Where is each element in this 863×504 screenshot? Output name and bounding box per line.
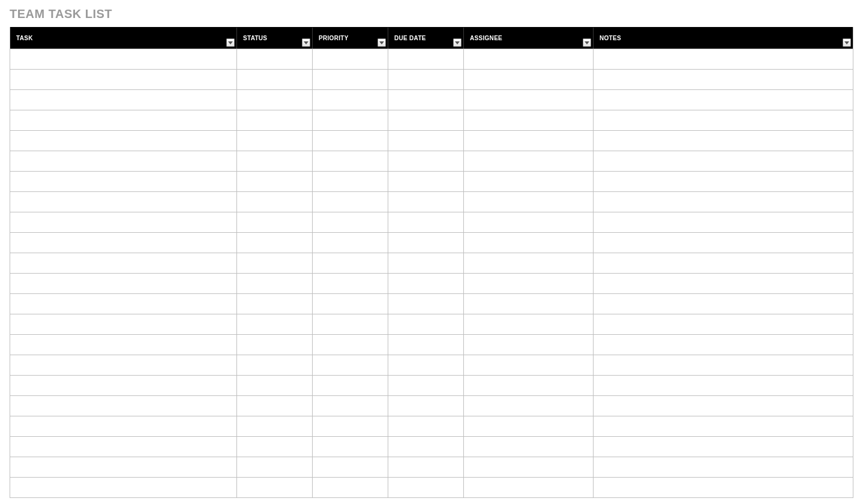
cell-due[interactable] — [388, 253, 464, 273]
cell-assignee[interactable] — [464, 274, 594, 293]
cell-notes[interactable] — [594, 355, 853, 375]
cell-status[interactable] — [237, 274, 313, 293]
cell-notes[interactable] — [594, 396, 853, 416]
cell-task[interactable] — [10, 151, 237, 171]
cell-due[interactable] — [388, 355, 464, 375]
cell-status[interactable] — [237, 355, 313, 375]
cell-task[interactable] — [10, 376, 237, 395]
cell-due[interactable] — [388, 49, 464, 69]
cell-status[interactable] — [237, 151, 313, 171]
filter-dropdown-icon[interactable] — [226, 38, 235, 47]
cell-status[interactable] — [237, 233, 313, 253]
cell-notes[interactable] — [594, 70, 853, 89]
cell-status[interactable] — [237, 457, 313, 477]
cell-priority[interactable] — [313, 478, 388, 497]
column-header-due-date[interactable]: DUE DATE — [388, 28, 464, 49]
cell-status[interactable] — [237, 416, 313, 436]
cell-status[interactable] — [237, 110, 313, 130]
cell-due[interactable] — [388, 212, 464, 232]
cell-notes[interactable] — [594, 314, 853, 334]
cell-notes[interactable] — [594, 376, 853, 395]
cell-assignee[interactable] — [464, 294, 594, 314]
cell-task[interactable] — [10, 457, 237, 477]
filter-dropdown-icon[interactable] — [302, 38, 310, 47]
cell-priority[interactable] — [313, 172, 388, 191]
cell-notes[interactable] — [594, 416, 853, 436]
cell-due[interactable] — [388, 335, 464, 355]
cell-priority[interactable] — [313, 192, 388, 212]
cell-notes[interactable] — [594, 90, 853, 110]
cell-notes[interactable] — [594, 131, 853, 151]
column-header-assignee[interactable]: ASSIGNEE — [464, 28, 594, 49]
cell-due[interactable] — [388, 172, 464, 191]
cell-task[interactable] — [10, 90, 237, 110]
cell-status[interactable] — [237, 335, 313, 355]
filter-dropdown-icon[interactable] — [583, 38, 591, 47]
cell-priority[interactable] — [313, 110, 388, 130]
cell-priority[interactable] — [313, 294, 388, 314]
cell-priority[interactable] — [313, 457, 388, 477]
cell-assignee[interactable] — [464, 376, 594, 395]
cell-status[interactable] — [237, 172, 313, 191]
cell-assignee[interactable] — [464, 478, 594, 497]
cell-due[interactable] — [388, 274, 464, 293]
column-header-task[interactable]: TASK — [10, 28, 237, 49]
cell-due[interactable] — [388, 376, 464, 395]
cell-task[interactable] — [10, 355, 237, 375]
cell-due[interactable] — [388, 437, 464, 457]
cell-notes[interactable] — [594, 437, 853, 457]
cell-status[interactable] — [237, 294, 313, 314]
cell-status[interactable] — [237, 131, 313, 151]
cell-priority[interactable] — [313, 151, 388, 171]
cell-notes[interactable] — [594, 335, 853, 355]
cell-assignee[interactable] — [464, 253, 594, 273]
cell-notes[interactable] — [594, 49, 853, 69]
cell-assignee[interactable] — [464, 396, 594, 416]
cell-notes[interactable] — [594, 192, 853, 212]
filter-dropdown-icon[interactable] — [453, 38, 462, 47]
cell-notes[interactable] — [594, 172, 853, 191]
cell-assignee[interactable] — [464, 192, 594, 212]
cell-notes[interactable] — [594, 457, 853, 477]
cell-task[interactable] — [10, 478, 237, 497]
cell-notes[interactable] — [594, 294, 853, 314]
cell-priority[interactable] — [313, 416, 388, 436]
cell-status[interactable] — [237, 437, 313, 457]
cell-status[interactable] — [237, 49, 313, 69]
cell-due[interactable] — [388, 457, 464, 477]
cell-task[interactable] — [10, 192, 237, 212]
filter-dropdown-icon[interactable] — [843, 38, 851, 47]
cell-priority[interactable] — [313, 70, 388, 89]
cell-assignee[interactable] — [464, 172, 594, 191]
cell-status[interactable] — [237, 90, 313, 110]
cell-assignee[interactable] — [464, 212, 594, 232]
cell-status[interactable] — [237, 396, 313, 416]
cell-priority[interactable] — [313, 396, 388, 416]
column-header-status[interactable]: STATUS — [237, 28, 313, 49]
cell-due[interactable] — [388, 70, 464, 89]
column-header-priority[interactable]: PRIORITY — [313, 28, 388, 49]
cell-task[interactable] — [10, 70, 237, 89]
cell-priority[interactable] — [313, 314, 388, 334]
cell-notes[interactable] — [594, 212, 853, 232]
cell-assignee[interactable] — [464, 70, 594, 89]
cell-status[interactable] — [237, 212, 313, 232]
cell-assignee[interactable] — [464, 49, 594, 69]
cell-priority[interactable] — [313, 376, 388, 395]
cell-assignee[interactable] — [464, 355, 594, 375]
cell-priority[interactable] — [313, 253, 388, 273]
cell-due[interactable] — [388, 192, 464, 212]
cell-due[interactable] — [388, 396, 464, 416]
cell-assignee[interactable] — [464, 233, 594, 253]
cell-status[interactable] — [237, 192, 313, 212]
cell-notes[interactable] — [594, 478, 853, 497]
cell-task[interactable] — [10, 274, 237, 293]
cell-due[interactable] — [388, 110, 464, 130]
cell-priority[interactable] — [313, 437, 388, 457]
cell-task[interactable] — [10, 131, 237, 151]
cell-status[interactable] — [237, 314, 313, 334]
cell-status[interactable] — [237, 478, 313, 497]
cell-assignee[interactable] — [464, 314, 594, 334]
cell-notes[interactable] — [594, 110, 853, 130]
cell-due[interactable] — [388, 294, 464, 314]
